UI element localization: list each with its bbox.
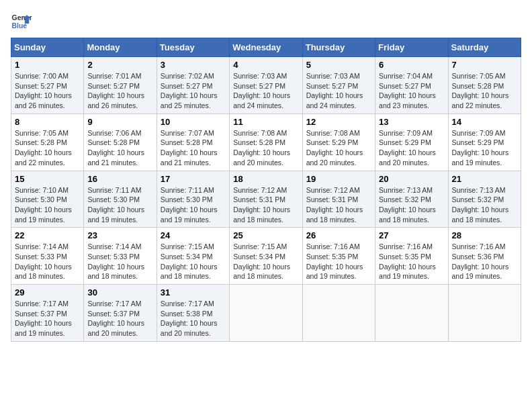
day-info: Sunrise: 7:05 AMSunset: 5:28 PMDaylight:…: [15, 129, 72, 167]
day-info: Sunrise: 7:10 AMSunset: 5:30 PMDaylight:…: [15, 186, 72, 224]
day-number: 10: [161, 117, 226, 127]
logo-icon: General Blue: [11, 11, 32, 32]
calendar-cell: 21 Sunrise: 7:13 AMSunset: 5:32 PMDaylig…: [448, 171, 521, 228]
calendar-cell: 2 Sunrise: 7:01 AMSunset: 5:27 PMDayligh…: [84, 57, 157, 114]
calendar-cell: 18 Sunrise: 7:12 AMSunset: 5:31 PMDaylig…: [230, 171, 302, 228]
day-info: Sunrise: 7:08 AMSunset: 5:28 PMDaylight:…: [233, 129, 290, 167]
day-number: 31: [161, 287, 226, 298]
col-header-friday: Friday: [375, 38, 448, 57]
day-number: 29: [15, 287, 80, 298]
day-number: 18: [233, 174, 298, 184]
day-info: Sunrise: 7:07 AMSunset: 5:28 PMDaylight:…: [161, 129, 218, 167]
day-info: Sunrise: 7:13 AMSunset: 5:32 PMDaylight:…: [452, 186, 509, 224]
day-number: 11: [233, 117, 298, 127]
calendar-cell: 9 Sunrise: 7:06 AMSunset: 5:28 PMDayligh…: [84, 113, 157, 171]
day-info: Sunrise: 7:17 AMSunset: 5:37 PMDaylight:…: [87, 300, 144, 337]
calendar-cell: 12 Sunrise: 7:08 AMSunset: 5:29 PMDaylig…: [302, 113, 375, 171]
day-number: 20: [379, 174, 444, 184]
calendar-cell: 25 Sunrise: 7:15 AMSunset: 5:34 PMDaylig…: [230, 228, 302, 285]
calendar-cell: 7 Sunrise: 7:05 AMSunset: 5:28 PMDayligh…: [448, 57, 521, 114]
day-number: 6: [379, 60, 444, 70]
col-header-thursday: Thursday: [302, 38, 375, 57]
day-number: 30: [87, 287, 152, 298]
day-info: Sunrise: 7:13 AMSunset: 5:32 PMDaylight:…: [379, 186, 436, 224]
day-info: Sunrise: 7:08 AMSunset: 5:29 PMDaylight:…: [306, 129, 363, 167]
calendar-cell: 17 Sunrise: 7:11 AMSunset: 5:30 PMDaylig…: [157, 171, 229, 228]
calendar-cell: 27 Sunrise: 7:16 AMSunset: 5:35 PMDaylig…: [375, 228, 448, 285]
calendar-cell: 23 Sunrise: 7:14 AMSunset: 5:33 PMDaylig…: [84, 228, 157, 285]
day-info: Sunrise: 7:12 AMSunset: 5:31 PMDaylight:…: [306, 186, 363, 224]
day-number: 19: [306, 174, 371, 184]
calendar-cell: 22 Sunrise: 7:14 AMSunset: 5:33 PMDaylig…: [11, 228, 84, 285]
calendar-cell: [448, 285, 521, 342]
day-info: Sunrise: 7:15 AMSunset: 5:34 PMDaylight:…: [161, 242, 218, 280]
day-number: 17: [161, 174, 226, 184]
calendar-cell: 8 Sunrise: 7:05 AMSunset: 5:28 PMDayligh…: [11, 113, 84, 171]
day-info: Sunrise: 7:03 AMSunset: 5:27 PMDaylight:…: [233, 72, 290, 109]
col-header-sunday: Sunday: [11, 38, 84, 57]
day-number: 9: [87, 117, 152, 127]
day-info: Sunrise: 7:09 AMSunset: 5:29 PMDaylight:…: [452, 129, 509, 167]
day-info: Sunrise: 7:17 AMSunset: 5:38 PMDaylight:…: [161, 300, 218, 337]
week-row-1: 1 Sunrise: 7:00 AMSunset: 5:27 PMDayligh…: [11, 57, 521, 114]
day-info: Sunrise: 7:04 AMSunset: 5:27 PMDaylight:…: [379, 72, 436, 109]
calendar-cell: 13 Sunrise: 7:09 AMSunset: 5:29 PMDaylig…: [375, 113, 448, 171]
calendar-cell: [302, 285, 375, 342]
calendar-cell: 19 Sunrise: 7:12 AMSunset: 5:31 PMDaylig…: [302, 171, 375, 228]
calendar-cell: [230, 285, 302, 342]
col-header-monday: Monday: [84, 38, 157, 57]
day-info: Sunrise: 7:16 AMSunset: 5:35 PMDaylight:…: [379, 242, 436, 280]
day-number: 15: [15, 174, 80, 184]
day-info: Sunrise: 7:14 AMSunset: 5:33 PMDaylight:…: [87, 242, 144, 280]
calendar-cell: 24 Sunrise: 7:15 AMSunset: 5:34 PMDaylig…: [157, 228, 229, 285]
day-number: 8: [15, 117, 80, 127]
day-info: Sunrise: 7:12 AMSunset: 5:31 PMDaylight:…: [233, 186, 290, 224]
calendar-cell: 1 Sunrise: 7:00 AMSunset: 5:27 PMDayligh…: [11, 57, 84, 114]
week-row-2: 8 Sunrise: 7:05 AMSunset: 5:28 PMDayligh…: [11, 113, 521, 171]
calendar-cell: [375, 285, 448, 342]
col-header-saturday: Saturday: [448, 38, 521, 57]
calendar-cell: 16 Sunrise: 7:11 AMSunset: 5:30 PMDaylig…: [84, 171, 157, 228]
day-number: 2: [87, 60, 152, 70]
day-info: Sunrise: 7:06 AMSunset: 5:28 PMDaylight:…: [87, 129, 144, 167]
calendar-cell: 15 Sunrise: 7:10 AMSunset: 5:30 PMDaylig…: [11, 171, 84, 228]
col-header-wednesday: Wednesday: [230, 38, 302, 57]
day-info: Sunrise: 7:16 AMSunset: 5:36 PMDaylight:…: [452, 242, 509, 280]
calendar-cell: 4 Sunrise: 7:03 AMSunset: 5:27 PMDayligh…: [230, 57, 302, 114]
day-info: Sunrise: 7:00 AMSunset: 5:27 PMDaylight:…: [15, 72, 72, 109]
header-row: SundayMondayTuesdayWednesdayThursdayFrid…: [11, 38, 521, 57]
day-number: 25: [233, 230, 298, 240]
calendar-cell: 11 Sunrise: 7:08 AMSunset: 5:28 PMDaylig…: [230, 113, 302, 171]
calendar-cell: 28 Sunrise: 7:16 AMSunset: 5:36 PMDaylig…: [448, 228, 521, 285]
day-number: 23: [87, 230, 152, 240]
day-number: 27: [379, 230, 444, 240]
day-number: 26: [306, 230, 371, 240]
page-header: General Blue: [11, 11, 521, 32]
week-row-4: 22 Sunrise: 7:14 AMSunset: 5:33 PMDaylig…: [11, 228, 521, 285]
day-number: 24: [161, 230, 226, 240]
calendar-cell: 10 Sunrise: 7:07 AMSunset: 5:28 PMDaylig…: [157, 113, 229, 171]
day-info: Sunrise: 7:16 AMSunset: 5:35 PMDaylight:…: [306, 242, 363, 280]
calendar-cell: 6 Sunrise: 7:04 AMSunset: 5:27 PMDayligh…: [375, 57, 448, 114]
day-number: 12: [306, 117, 371, 127]
calendar-cell: 31 Sunrise: 7:17 AMSunset: 5:38 PMDaylig…: [157, 285, 229, 342]
day-number: 14: [452, 117, 517, 127]
day-number: 16: [87, 174, 152, 184]
day-number: 1: [15, 60, 80, 70]
calendar-table: SundayMondayTuesdayWednesdayThursdayFrid…: [11, 38, 521, 342]
day-info: Sunrise: 7:01 AMSunset: 5:27 PMDaylight:…: [87, 72, 144, 109]
week-row-3: 15 Sunrise: 7:10 AMSunset: 5:30 PMDaylig…: [11, 171, 521, 228]
day-number: 21: [452, 174, 517, 184]
calendar-cell: 29 Sunrise: 7:17 AMSunset: 5:37 PMDaylig…: [11, 285, 84, 342]
week-row-5: 29 Sunrise: 7:17 AMSunset: 5:37 PMDaylig…: [11, 285, 521, 342]
day-number: 4: [233, 60, 298, 70]
calendar-cell: 26 Sunrise: 7:16 AMSunset: 5:35 PMDaylig…: [302, 228, 375, 285]
day-info: Sunrise: 7:11 AMSunset: 5:30 PMDaylight:…: [161, 186, 218, 224]
day-number: 22: [15, 230, 80, 240]
day-info: Sunrise: 7:03 AMSunset: 5:27 PMDaylight:…: [306, 72, 363, 109]
day-number: 3: [161, 60, 226, 70]
day-info: Sunrise: 7:09 AMSunset: 5:29 PMDaylight:…: [379, 129, 436, 167]
day-info: Sunrise: 7:02 AMSunset: 5:27 PMDaylight:…: [161, 72, 218, 109]
day-info: Sunrise: 7:15 AMSunset: 5:34 PMDaylight:…: [233, 242, 290, 280]
calendar-cell: 5 Sunrise: 7:03 AMSunset: 5:27 PMDayligh…: [302, 57, 375, 114]
